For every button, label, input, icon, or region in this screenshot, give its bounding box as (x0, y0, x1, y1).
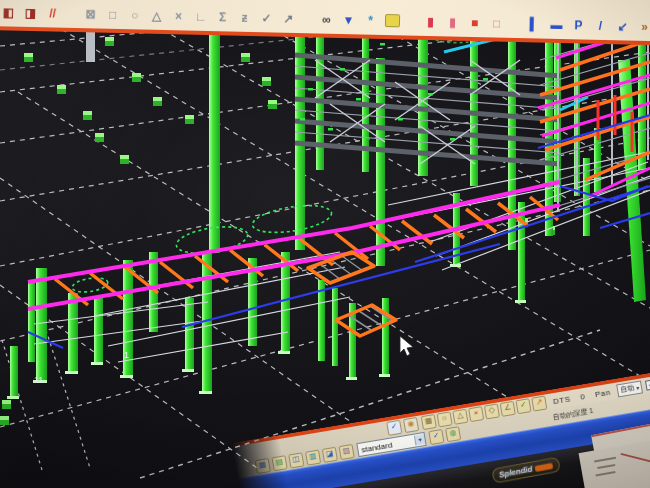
mouse-cursor (400, 336, 413, 356)
tool-burst-icon[interactable]: * (363, 14, 378, 29)
paper-text-mark (597, 464, 615, 469)
tool-red-pin-a-icon[interactable]: ▮ (423, 15, 438, 30)
grid-label: 11 (34, 375, 43, 385)
tool-double-chevron-icon[interactable]: » (637, 20, 650, 35)
filter-icon-5-icon[interactable]: ◪ (322, 447, 338, 463)
magenta-rails (28, 182, 560, 309)
paper-text-mark (596, 471, 616, 476)
tool-point-cross-icon[interactable]: × (171, 9, 186, 24)
filter-icon-3-icon[interactable]: ◫ (288, 452, 304, 468)
tool-red-square-icon[interactable]: ■ (467, 16, 482, 31)
tool-red-block-b-icon[interactable]: ◨ (23, 6, 38, 21)
tool-sigma-icon[interactable]: Σ (215, 10, 230, 25)
plane1-checkbox[interactable]: ✓ (645, 379, 650, 391)
truss-structure (295, 33, 588, 164)
sticker-orange-mark (535, 462, 554, 471)
tool-blue-flag-icon[interactable]: P (571, 18, 586, 33)
status-count: 0 (579, 391, 585, 401)
tool-check-icon[interactable]: ✓ (259, 11, 274, 26)
snap-check-button[interactable]: ✓ (515, 398, 531, 414)
tool-point-triangle-icon[interactable]: △ (149, 9, 164, 24)
selection-filter-value: standard (361, 440, 393, 454)
chevron-down-icon: ▾ (414, 434, 426, 446)
tool-red-block-a-icon[interactable]: ◧ (1, 5, 16, 20)
tool-blue-arrow-sw-icon[interactable]: ↙ (615, 19, 630, 34)
status-dts: DTS (552, 394, 571, 406)
monitor-photo: 375111 ◧◨//⊠□○△×∟Σƶ✓↗∞▼*▮▮■□▍▬P/↙»▏ ✓◉ ▦… (0, 0, 650, 488)
snap-grid-button[interactable]: ▦ (421, 414, 437, 430)
tool-red-pin-b-icon[interactable]: ▮ (445, 15, 460, 30)
snap-auto-label: 自动 (620, 383, 635, 395)
filter-icon-4-icon[interactable]: ▥ (305, 450, 321, 466)
snap-diamond-button[interactable]: ◇ (484, 403, 500, 419)
tool-pink-square-icon[interactable]: □ (489, 16, 504, 31)
paper-text-mark (594, 457, 616, 463)
tool-binoculars-icon[interactable]: ∞ (319, 13, 334, 28)
paper-red-line (621, 453, 650, 463)
tool-point-box-icon[interactable]: □ (105, 8, 120, 23)
filter-world-icon[interactable]: ◍ (445, 426, 461, 442)
status-render-icon[interactable]: ◉ (403, 417, 419, 433)
tool-blue-dash-icon[interactable]: ▬ (549, 18, 564, 33)
splendid-sticker: Splendid (491, 457, 561, 484)
tool-blue-slash-icon[interactable]: / (593, 19, 608, 34)
snap-angle-button[interactable]: ∠ (500, 401, 516, 417)
filter-apply-icon[interactable]: ✓ (428, 429, 444, 445)
tool-point-corner-icon[interactable]: ∟ (193, 10, 208, 25)
tool-z-section-icon[interactable]: ƶ (237, 11, 252, 26)
status-mode: Pan (594, 387, 611, 398)
tool-arrow-ne-icon[interactable]: ↗ (281, 12, 296, 27)
walkway-structure (28, 182, 560, 309)
snap-arrow-button[interactable]: ↗ (531, 396, 547, 412)
tool-view-cone-icon[interactable]: ▼ (341, 13, 356, 28)
tool-point-circle-icon[interactable]: ○ (127, 8, 142, 23)
snap-cross-button[interactable]: × (468, 406, 484, 422)
tool-point-boxed-x-icon[interactable]: ⊠ (83, 7, 98, 22)
tool-blue-bar-icon[interactable]: ▍ (527, 17, 542, 32)
toolbar-icon-row: ◧◨//⊠□○△×∟Σƶ✓↗∞▼*▮▮■□▍▬P/↙»▏ (1, 5, 650, 35)
status-check-icon[interactable]: ✓ (386, 420, 402, 436)
grid-label: 1 (124, 350, 129, 360)
tool-weld-symbol-icon[interactable]: // (45, 6, 60, 21)
tool-yellow-swatch-icon[interactable] (385, 14, 400, 27)
filter-icon-2-icon[interactable]: ▤ (272, 455, 288, 471)
snap-circle-button[interactable]: ○ (437, 411, 453, 427)
chevron-down-icon: ▾ (636, 383, 640, 390)
filter-icon-1-icon[interactable]: ▦ (255, 458, 271, 474)
snap-triangle-button[interactable]: △ (452, 409, 468, 425)
sticker-label: Splendid (498, 465, 533, 480)
filter-icon-6-icon[interactable]: ▨ (339, 444, 355, 460)
